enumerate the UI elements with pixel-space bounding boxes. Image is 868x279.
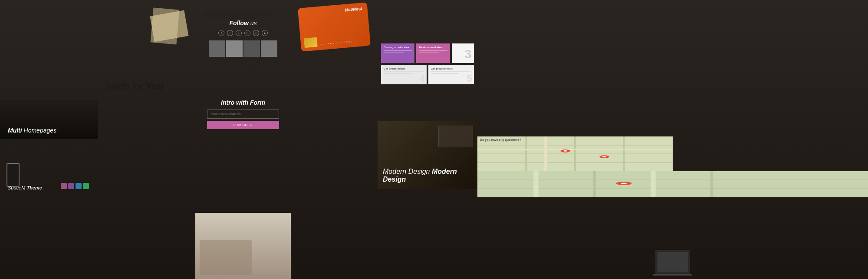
map-block: Do you have any questions?: [477, 136, 673, 171]
block-office-photo: [195, 213, 291, 279]
subscribe-button[interactable]: SUBSCRIBE: [207, 121, 279, 129]
social-tw[interactable]: t: [227, 30, 233, 36]
follow-us-text: Follow us: [229, 20, 256, 27]
block-intro-form: Intro with Form SUBSCRIBE: [195, 76, 291, 152]
map-block-2: [477, 171, 868, 197]
gallery-container: SpaceMPage Builder Create stunning websi…: [0, 0, 868, 279]
social-gp[interactable]: g: [236, 30, 242, 36]
step-4: Get project result 5: [428, 65, 474, 84]
step-1: Coming up with idea: [381, 43, 414, 63]
svg-point-12: [602, 156, 606, 157]
svg-point-10: [563, 150, 567, 152]
multi-homepages-text: Multi Homepages: [8, 127, 56, 134]
svg-point-21: [621, 183, 627, 184]
made-for-you-text: Made for You: [105, 81, 164, 92]
column-3: Follow us f t g in p ▶: [195, 0, 291, 279]
step-number-3: 3: [452, 43, 474, 63]
intro-form-text: Intro with Form: [221, 99, 265, 106]
spacem-theme-text: SpaceM Theme: [8, 185, 42, 190]
social-fb[interactable]: f: [218, 30, 224, 36]
social-yt[interactable]: ▶: [262, 30, 268, 36]
second-map-row: [477, 171, 868, 197]
modern-design-text: Modern Design Modern Design: [383, 168, 472, 183]
social-pin[interactable]: p: [253, 30, 259, 36]
block-modern-design: Modern Design Modern Design: [378, 121, 477, 189]
social-in[interactable]: in: [244, 30, 250, 36]
block-natwest-card: NatWest •••• •••• •••• 1234: [291, 0, 378, 54]
step-2: Realization of idea: [416, 43, 450, 63]
map-label: Do you have any questions?: [480, 138, 521, 141]
social-icons: f t g in p ▶: [218, 30, 268, 36]
step-3: Get project result 4: [381, 65, 427, 84]
block-multi-homepages: Multi Homepages: [0, 100, 98, 139]
subscribe-email-input[interactable]: [207, 110, 279, 119]
